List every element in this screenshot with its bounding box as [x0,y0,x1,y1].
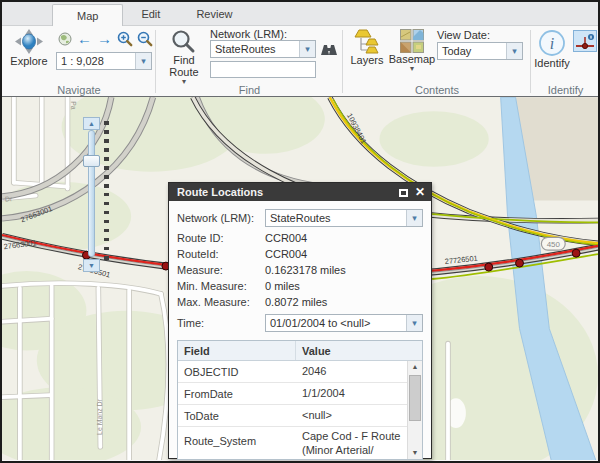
table-row[interactable]: OBJECTID 2046 [178,361,407,383]
svg-text:Dr: Dr [5,195,13,202]
tab-review[interactable]: Review [178,2,250,25]
chevron-down-icon[interactable]: ▾ [506,43,522,59]
arrow-right-icon: → [97,31,112,46]
table-body: OBJECTID 2046 FromDate 1/1/2004 ToDate <… [178,361,407,459]
zoom-slider-down-button[interactable]: ▼ [83,259,100,272]
zoom-in-icon [117,31,133,47]
cell-value: <null> [296,409,407,423]
network-lrm-value: StateRoutes [211,43,299,55]
find-route-magnifier-icon [171,29,197,54]
previous-extent-button[interactable]: ← [76,30,93,47]
svg-text:Le Manz Dr: Le Manz Dr [96,398,103,435]
group-label-navigate: Navigate [4,84,154,96]
dialog-time-value: 01/01/2004 to <null> [266,317,406,329]
dialog-network-combobox[interactable]: StateRoutes ▾ [265,209,423,227]
route-locations-dialog: Route Locations ✕ Network (LRM): StateRo… [168,182,432,459]
chevron-down-icon[interactable]: ▾ [135,53,151,69]
group-navigate: Explore ← → [4,26,154,96]
field-label: Measure: [177,264,265,276]
chevron-down-icon[interactable]: ▾ [406,210,422,226]
identify-icon: i [538,29,566,57]
zoom-out-icon [137,31,153,47]
cell-field: Route_System [178,427,296,447]
identify-label: Identify [534,57,569,69]
identify-route-locations-tool[interactable] [573,30,597,52]
table-header-row: Field Value [178,341,422,361]
table-row[interactable]: Route_System Cape Cod - F Route (Minor A… [178,427,407,460]
layers-button[interactable]: Layers [347,29,387,66]
route-shield: 450 [541,237,565,250]
find-route-button[interactable]: Find Route ▾ [162,29,206,86]
fixed-zoom-out-button[interactable] [136,30,153,47]
field-label: Max. Measure: [177,296,265,308]
field-value: 0.1623178 miles [265,264,346,276]
map-zoom-slider[interactable]: ▲ ▼ [83,117,109,272]
explore-compass-icon [14,28,44,55]
binoculars-button[interactable] [320,42,338,60]
binoculars-icon [320,43,338,56]
tab-map[interactable]: Map [52,4,123,26]
cell-value: 1/1/2004 [296,387,407,401]
scroll-up-icon[interactable]: ▲ [408,361,422,373]
app-window: Map Edit Review Explore [0,0,600,463]
group-label-contents: Contents [345,84,529,96]
group-label-identify: Identify [533,84,598,96]
full-extent-globe-button[interactable] [56,30,73,47]
route-input[interactable] [210,61,316,78]
scroll-down-icon[interactable]: ▼ [408,447,422,459]
chevron-down-icon[interactable]: ▾ [406,315,422,331]
dialog-time-combobox[interactable]: 01/01/2004 to <null> ▾ [265,314,423,332]
field-value: 0.8072 miles [265,296,327,308]
nav-small-buttons: ← → [56,30,153,47]
fixed-zoom-in-button[interactable] [116,30,133,47]
identify-route-icon [575,33,595,50]
cell-field: OBJECTID [178,366,296,378]
attributes-table: Field Value OBJECTID 2046 FromDate 1/1/2… [177,340,423,460]
maximize-button[interactable] [399,183,408,201]
view-date-label: View Date: [437,29,490,41]
ribbon-tab-strip: Map Edit Review [2,2,598,26]
table-row[interactable]: FromDate 1/1/2004 [178,383,407,405]
field-label: Min. Measure: [177,280,265,292]
field-label: Route ID: [177,232,265,244]
basemap-button[interactable]: Basemap ▾ [389,29,435,73]
field-label: Time: [177,317,265,329]
column-header-value: Value [296,345,422,357]
group-separator [155,30,156,93]
tab-edit[interactable]: Edit [123,2,178,25]
network-lrm-combobox[interactable]: StateRoutes ▾ [210,40,316,58]
table-row[interactable]: ToDate <null> [178,405,407,427]
zoom-slider-handle[interactable] [83,155,100,167]
group-separator [530,30,531,93]
dialog-title-bar[interactable]: Route Locations ✕ [169,183,431,201]
field-value: 0 miles [265,280,300,292]
scrollbar-thumb[interactable] [409,375,421,421]
maximize-icon [399,189,408,197]
globe-icon [58,32,72,46]
layers-label: Layers [350,54,383,66]
dialog-body: Network (LRM): StateRoutes ▾ Route ID:CC… [169,201,431,460]
chevron-down-icon[interactable]: ▾ [299,41,315,57]
cell-field: FromDate [178,388,296,400]
next-extent-button[interactable]: → [96,30,113,47]
map-scale-value: 1 : 9,028 [57,55,135,67]
explore-button[interactable]: Explore [6,28,52,67]
view-date-value: Today [438,45,506,57]
column-header-field: Field [178,341,296,360]
group-find: Find Route ▾ Network (LRM): StateRoutes … [158,26,341,96]
route-shield-text: 450 [547,240,561,249]
zoom-slider-up-button[interactable]: ▲ [83,117,100,130]
zoom-slider-track[interactable] [88,130,95,257]
view-date-combobox[interactable]: Today ▾ [437,42,523,60]
zoom-slider-ticks [104,121,109,263]
svg-text:Pa: Pa [70,101,77,110]
map-scale-combobox[interactable]: 1 : 9,028 ▾ [56,52,152,70]
dialog-title: Route Locations [177,186,392,198]
identify-button[interactable]: i Identify [533,29,571,69]
field-label: Network (LRM): [177,212,265,224]
cell-field: ToDate [178,410,296,422]
table-scrollbar[interactable]: ▲ ▼ [407,361,422,459]
close-button[interactable]: ✕ [415,186,425,198]
cell-value: Cape Cod - F Route (Minor Arterial/ Coll… [296,427,407,460]
ribbon: Explore ← → [2,26,598,96]
